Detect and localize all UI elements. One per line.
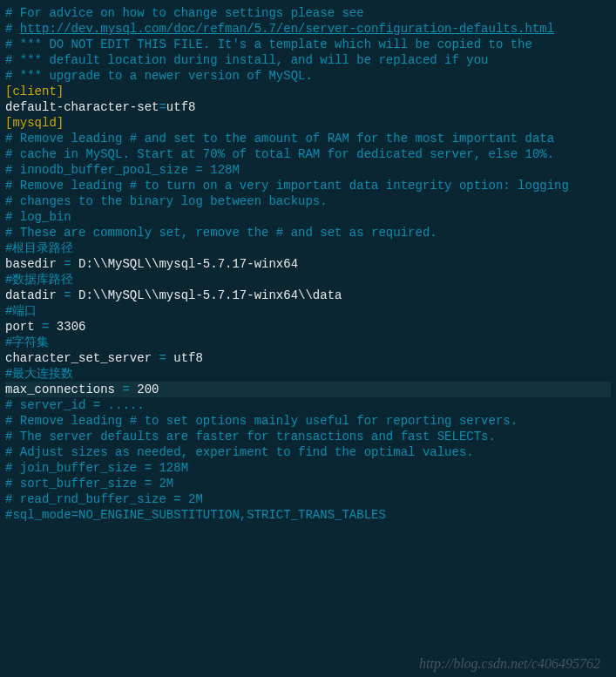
comment-line: # innodb_buffer_pool_size = 128M: [5, 162, 611, 178]
config-line-port: port = 3306: [5, 319, 611, 335]
url-link[interactable]: http://dev.mysql.com/doc/refman/5.7/en/s…: [20, 22, 554, 36]
code-editor[interactable]: # For advice on how to change settings p…: [5, 5, 611, 523]
comment-line: #最大连接数: [5, 366, 611, 382]
comment-line: #端口: [5, 303, 611, 319]
comment-line: # read_rnd_buffer_size = 2M: [5, 491, 611, 507]
comment-line: # sort_buffer_size = 2M: [5, 476, 611, 491]
comment-line: #字符集: [5, 335, 611, 350]
config-line-basedir: basedir = D:\\MySQL\\mysql-5.7.17-winx64: [5, 256, 611, 272]
comment-line: #sql_mode=NO_ENGINE_SUBSTITUTION,STRICT_…: [5, 507, 611, 523]
comment-line: # server_id = .....: [5, 397, 611, 413]
config-line-maxconn: max_connections = 200: [5, 382, 611, 397]
comment-line: # *** upgrade to a newer version of MySQ…: [5, 68, 611, 84]
comment-line: # Remove leading # to set options mainly…: [5, 413, 611, 429]
comment-line: # join_buffer_size = 128M: [5, 460, 611, 476]
config-line-datadir: datadir = D:\\MySQL\\mysql-5.7.17-winx64…: [5, 288, 611, 303]
section-client: [client]: [5, 84, 611, 99]
comment-line: # http://dev.mysql.com/doc/refman/5.7/en…: [5, 21, 611, 37]
comment-line: #数据库路径: [5, 272, 611, 288]
comment-line: # *** default location during install, a…: [5, 52, 611, 68]
config-line-charset: character_set_server = utf8: [5, 350, 611, 366]
comment-line: # *** DO NOT EDIT THIS FILE. It's a temp…: [5, 37, 611, 52]
comment-line: # Remove leading # and set to the amount…: [5, 131, 611, 146]
config-line: default-character-set=utf8: [5, 99, 611, 115]
section-mysqld: [mysqld]: [5, 115, 611, 131]
comment-line: #根目录路径: [5, 240, 611, 256]
comment-line: # Remove leading # to turn on a very imp…: [5, 178, 611, 193]
comment-line: # log_bin: [5, 209, 611, 225]
comment-line: # These are commonly set, remove the # a…: [5, 225, 611, 240]
watermark-text: http://blog.csdn.net/c406495762: [419, 656, 600, 672]
comment-line: # changes to the binary log between back…: [5, 193, 611, 209]
comment-line: # cache in MySQL. Start at 70% of total …: [5, 146, 611, 162]
comment-line: # Adjust sizes as needed, experiment to …: [5, 444, 611, 460]
comment-line: # For advice on how to change settings p…: [5, 5, 611, 21]
comment-line: # The server defaults are faster for tra…: [5, 429, 611, 444]
